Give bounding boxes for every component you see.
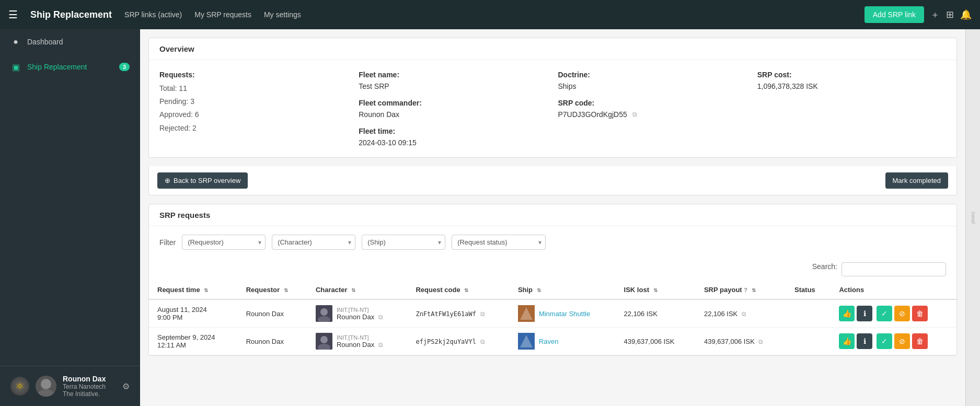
add-srp-button[interactable]: Add SRP link — [864, 6, 924, 23]
col-requestor[interactable]: Requestor ⇅ — [238, 281, 307, 299]
table-header: Request time ⇅ Requestor ⇅ Character ⇅ R… — [149, 281, 956, 299]
nav-srp-links-active[interactable]: SRP links (active) — [124, 10, 182, 19]
bell-icon[interactable]: 🔔 — [960, 9, 972, 20]
req-code-value: ZnFtAtFW1yE61aWf — [416, 310, 476, 318]
check-button[interactable]: ✓ — [877, 306, 892, 321]
col-isk-lost[interactable]: ISK lost ⇅ — [616, 281, 696, 299]
svg-point-1 — [38, 389, 54, 397]
sort-character-icon: ⇅ — [351, 287, 355, 293]
col-character[interactable]: Character ⇅ — [307, 281, 408, 299]
doctrine-label: Doctrine: — [558, 71, 747, 79]
approve-button[interactable]: 👍 — [839, 333, 855, 349]
char-avatar — [316, 333, 332, 350]
cell-status — [786, 328, 831, 355]
nav-my-srp-requests[interactable]: My SRP requests — [194, 10, 251, 19]
fleet-time-label: Fleet time: — [359, 127, 547, 135]
status-filter-select[interactable]: (Request status) — [452, 235, 546, 250]
settings-icon[interactable]: ⚙ — [122, 381, 130, 391]
back-to-srp-button[interactable]: ⊕ Back to SRP overview — [157, 172, 248, 189]
srp-requests-panel: SRP requests Filter (Requestor) (Charact… — [148, 204, 957, 356]
character-filter-wrapper: (Character) — [272, 235, 355, 250]
org-logo: ⚛ — [10, 377, 29, 396]
sort-request-time-icon: ⇅ — [204, 287, 208, 293]
col-status: Status — [786, 281, 831, 299]
plus-icon[interactable]: ＋ — [930, 8, 940, 21]
svg-point-0 — [41, 379, 51, 389]
delete-button[interactable]: 🗑 — [912, 306, 928, 321]
grid-icon[interactable]: ⊞ — [946, 9, 954, 20]
doctrine-value: Ships — [558, 82, 747, 90]
copy-srp-code-icon[interactable]: ⧉ — [632, 111, 637, 118]
requests-approved: Approved: 6 — [159, 108, 348, 121]
character-filter-select[interactable]: (Character) — [272, 235, 355, 250]
ship-cell: Minmatar Shuttle — [518, 305, 607, 322]
table-body: August 11, 20249:00 PMRounon Dax INIT.[T… — [149, 299, 956, 355]
srp-code-value: P7UDJ3GOrdKgjD55 — [558, 110, 627, 119]
char-tag: INIT.[TN-NT] — [337, 334, 383, 341]
copy-char-icon[interactable]: ⧉ — [378, 314, 383, 321]
svg-point-8 — [320, 336, 328, 343]
ship-avatar — [518, 333, 535, 350]
isk-lost-value: 439,637,006 ISK — [624, 338, 675, 345]
reject-button[interactable]: ⊘ — [894, 306, 910, 321]
cell-actions: 👍 ℹ ✓ ⊘ 🗑 — [831, 299, 956, 328]
ship-link[interactable]: Raven — [539, 338, 559, 345]
actions-cell: 👍 ℹ ✓ ⊘ 🗑 — [839, 306, 948, 321]
info-button[interactable]: ℹ — [857, 333, 872, 349]
info-button[interactable]: ℹ — [857, 306, 872, 321]
char-avatar — [316, 305, 332, 322]
char-name: Rounon Dax ⧉ — [337, 341, 383, 349]
delete-button[interactable]: 🗑 — [912, 333, 928, 349]
fleet-name-value: Test SRP — [359, 82, 547, 90]
srp-cost-value: 1,096,378,328 ISK — [757, 82, 946, 90]
sidebar-item-ship-replacement[interactable]: ▣ Ship Replacement 3 — [0, 54, 140, 79]
search-input[interactable] — [841, 262, 946, 276]
reject-button[interactable]: ⊘ — [894, 333, 910, 349]
copy-req-code-icon[interactable]: ⧉ — [480, 310, 485, 318]
overview-panel-header: Overview — [149, 38, 956, 60]
fleet-commander-value: Rounon Dax — [359, 110, 547, 119]
col-srp-payout[interactable]: SRP payout ? ⇅ — [696, 281, 786, 299]
ship-link[interactable]: Minmatar Shuttle — [539, 310, 590, 318]
approve-button[interactable]: 👍 — [839, 306, 855, 321]
requests-label: Requests: — [159, 71, 348, 79]
overview-requests: Requests: Total: 11 Pending: 3 Approved:… — [159, 71, 348, 147]
check-button[interactable]: ✓ — [877, 333, 892, 349]
nav-my-settings[interactable]: My settings — [264, 10, 301, 19]
layout: ● Dashboard ▣ Ship Replacement 3 ⚛ Rouno… — [0, 29, 980, 406]
cell-request-code: ZnFtAtFW1yE61aWf ⧉ — [407, 299, 509, 328]
overview-fleet: Fleet name: Test SRP Fleet commander: Ro… — [359, 71, 547, 147]
cell-character: INIT.[TN-NT] Rounon Dax ⧉ — [307, 299, 408, 328]
srp-table: Request time ⇅ Requestor ⇅ Character ⇅ R… — [149, 281, 956, 355]
sidebar: ● Dashboard ▣ Ship Replacement 3 ⚛ Rouno… — [0, 29, 140, 406]
copy-req-code-icon[interactable]: ⧉ — [480, 338, 485, 345]
ship-replacement-badge: 3 — [119, 63, 130, 71]
copy-payout-icon[interactable]: ⧉ — [742, 310, 746, 318]
col-ship[interactable]: Ship ⇅ — [510, 281, 616, 299]
toolbar-row: ⊕ Back to SRP overview Mark completed — [148, 166, 957, 195]
overview-grid: Requests: Total: 11 Pending: 3 Approved:… — [159, 71, 946, 147]
col-request-code[interactable]: Request code ⇅ — [407, 281, 509, 299]
copy-char-icon[interactable]: ⧉ — [378, 341, 383, 349]
sidebar-item-dashboard[interactable]: ● Dashboard — [0, 29, 140, 54]
toolbar-inner: ⊕ Back to SRP overview Mark completed — [149, 166, 956, 195]
cell-request-time: September 9, 202412:11 AM — [149, 328, 238, 355]
filter-row: Filter (Requestor) (Character) (Ship) — [149, 226, 956, 258]
overview-panel-body: Requests: Total: 11 Pending: 3 Approved:… — [149, 60, 956, 157]
cell-request-time: August 11, 20249:00 PM — [149, 299, 238, 328]
cell-request-code: efjPS2kj2quYaVYl ⧉ — [407, 328, 509, 355]
requestor-filter-select[interactable]: (Requestor) — [182, 235, 266, 250]
mark-completed-button[interactable]: Mark completed — [885, 172, 948, 189]
navbar-actions: Add SRP link ＋ ⊞ 🔔 — [864, 6, 972, 23]
hamburger-icon[interactable]: ☰ — [8, 8, 18, 21]
overview-doctrine: Doctrine: Ships SRP code: P7UDJ3GOrdKgjD… — [558, 71, 747, 147]
ship-filter-select[interactable]: (Ship) — [362, 235, 445, 250]
cell-requestor: Rounon Dax — [238, 328, 307, 355]
user-corp: Terra Nanotech — [63, 383, 116, 390]
cell-requestor: Rounon Dax — [238, 299, 307, 328]
fleet-commander-label: Fleet commander: — [359, 99, 547, 107]
copy-payout-icon[interactable]: ⧉ — [758, 338, 763, 345]
navbar-links: SRP links (active) My SRP requests My se… — [124, 10, 852, 19]
col-request-time[interactable]: Request time ⇅ — [149, 281, 238, 299]
srp-code-row: P7UDJ3GOrdKgjD55 ⧉ — [558, 110, 747, 119]
